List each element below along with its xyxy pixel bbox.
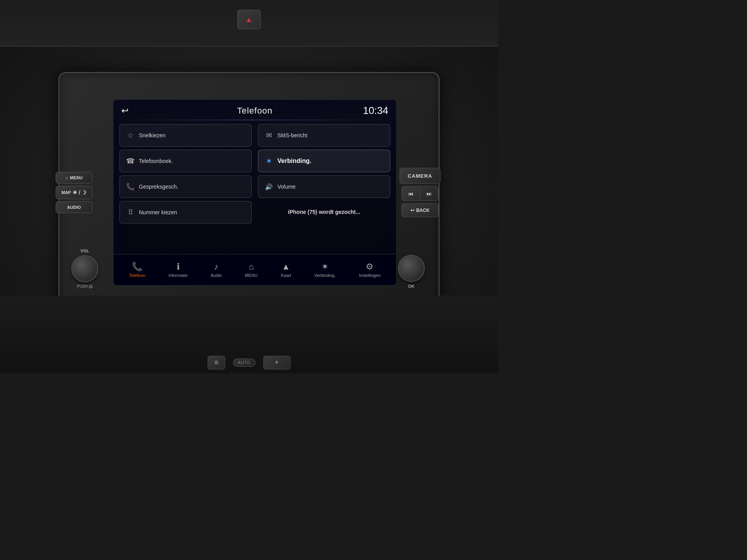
- nummer-kiezen-button[interactable]: ⠿ Nummer kiezen: [119, 201, 252, 224]
- bottom-btn-1[interactable]: ≡: [208, 356, 225, 369]
- car-dashboard: ▲ ⌂ MENU MAP ☀ / ☽ AUDIO VOL: [0, 0, 498, 373]
- volume-icon: 🔊: [264, 183, 274, 191]
- right-controls: CAMERA ⏮ ⏭ ↩ BACK: [400, 168, 440, 217]
- main-content: ☆ Snelkiezen ☎ Telefoonboek. 📞 Gespreksg…: [114, 120, 396, 261]
- nav-audio[interactable]: ♪ Audio: [207, 260, 226, 280]
- vol-area: VOL PUSH ⏻: [71, 248, 98, 289]
- media-controls: ⏮ ⏭: [402, 186, 438, 201]
- bottom-btn-2[interactable]: +: [263, 356, 290, 369]
- hazard-button[interactable]: ▲: [237, 10, 261, 29]
- verbinding-button[interactable]: ✶ Verbinding.: [258, 150, 390, 172]
- moon-icon: ☽: [81, 189, 86, 196]
- back-arrow-icon: ↩: [410, 208, 414, 213]
- screen-header: ↩ Telefoon 10:34: [114, 100, 396, 120]
- vol-label: VOL: [81, 248, 89, 253]
- rewind-button[interactable]: ⏮: [402, 187, 420, 201]
- settings-nav-icon: ⚙: [366, 262, 374, 272]
- right-grid: ✉ SMS-bericht ✶ Verbinding. 🔊 Volume iPh…: [255, 122, 396, 259]
- screen-time: 10:34: [363, 105, 388, 117]
- menu-nav-icon: ⌂: [249, 262, 254, 272]
- iphone-search-status: iPhone (75) wordt gezocht...: [258, 201, 390, 224]
- map-nav-icon: ▲: [282, 262, 290, 272]
- fast-forward-button[interactable]: ⏭: [420, 187, 438, 201]
- volume-button[interactable]: 🔊 Volume: [258, 175, 390, 198]
- bluetooth-nav-icon: ✶: [321, 262, 328, 272]
- infotainment-screen: ↩ Telefoon 10:34 ☆ Snelkiezen ☎ Telefoon…: [113, 99, 397, 286]
- bottom-dash: ≡ AUTO +: [0, 296, 498, 373]
- screen-title: Telefoon: [237, 106, 272, 116]
- camera-button[interactable]: CAMERA: [400, 168, 440, 184]
- nav-instellingen[interactable]: ⚙ Instellingen: [355, 260, 384, 280]
- snelkiezen-button[interactable]: ☆ Snelkiezen: [119, 124, 252, 147]
- nav-informatie[interactable]: ℹ Informatie: [165, 260, 191, 280]
- sms-icon: ✉: [264, 131, 274, 140]
- keypad-icon: ⠿: [126, 208, 135, 217]
- sms-bericht-button[interactable]: ✉ SMS-bericht: [258, 124, 390, 147]
- map-button[interactable]: MAP ☀ / ☽: [56, 186, 92, 199]
- bottom-nav: 📞 Telefoon ℹ Informatie ♪ Audio ⌂ MENU ▲: [114, 254, 396, 285]
- bottom-controls: ≡ AUTO +: [208, 356, 291, 369]
- volume-knob[interactable]: [71, 255, 98, 282]
- nav-verbinding[interactable]: ✶ Verbinding.: [310, 260, 340, 280]
- back-arrow-button[interactable]: ↩: [121, 106, 128, 116]
- nav-menu[interactable]: ⌂ MENU: [241, 260, 261, 280]
- left-grid: ☆ Snelkiezen ☎ Telefoonboek. 📞 Gespreksg…: [114, 122, 255, 259]
- bluetooth-icon: ✶: [264, 156, 274, 166]
- top-trim: ▲: [0, 0, 498, 47]
- home-icon: ⌂: [65, 175, 68, 180]
- audio-nav-icon: ♪: [214, 262, 218, 272]
- infotainment-unit: ⌂ MENU MAP ☀ / ☽ AUDIO VOL PUSH ⏻: [58, 72, 440, 313]
- auto-pill: AUTO: [233, 359, 256, 367]
- audio-button[interactable]: AUDIO: [56, 201, 92, 213]
- telefoonboek-button[interactable]: ☎ Telefoonboek.: [119, 150, 252, 172]
- left-controls: ⌂ MENU MAP ☀ / ☽ AUDIO: [56, 172, 92, 213]
- star-icon: ☆: [126, 131, 135, 140]
- brightness-icon: ☀: [72, 189, 77, 196]
- info-nav-icon: ℹ: [177, 262, 180, 272]
- gespreksgeschiedenis-button[interactable]: 📞 Gespreksgesch.: [119, 175, 252, 198]
- menu-button[interactable]: ⌂ MENU: [56, 172, 92, 184]
- call-history-icon: 📞: [126, 182, 135, 191]
- push-label: PUSH ⏻: [77, 284, 93, 289]
- nav-telefoon[interactable]: 📞 Telefoon: [125, 260, 149, 280]
- phone-nav-icon: 📞: [132, 262, 142, 272]
- phone-book-icon: ☎: [126, 157, 135, 165]
- back-hardware-button[interactable]: ↩ BACK: [402, 203, 438, 217]
- nav-kaart[interactable]: ▲ Kaart: [277, 260, 295, 280]
- ok-knob-area: OK: [398, 255, 425, 289]
- ok-knob[interactable]: [398, 255, 425, 282]
- ok-label: OK: [408, 284, 415, 289]
